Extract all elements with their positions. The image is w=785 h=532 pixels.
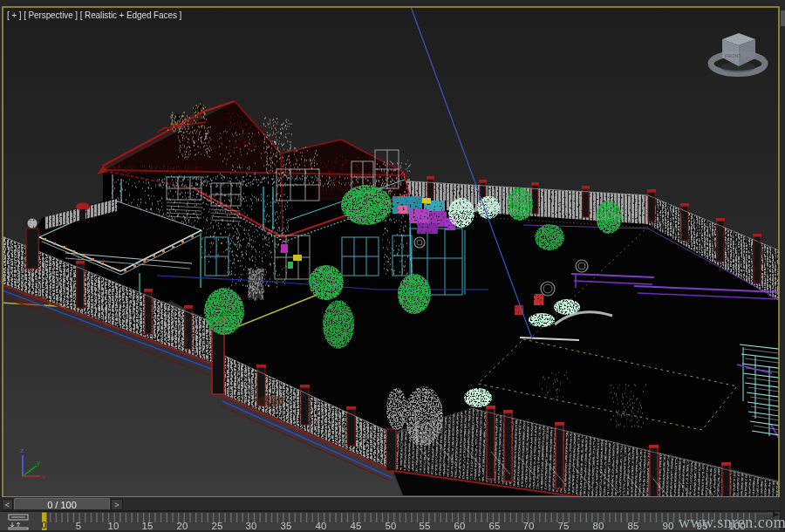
svg-text:FRONT: FRONT — [725, 53, 742, 58]
svg-text:z: z — [20, 447, 24, 454]
svg-text:x: x — [42, 473, 45, 481]
svg-text:y: y — [37, 459, 40, 467]
svg-text:0: 0 — [42, 520, 47, 530]
